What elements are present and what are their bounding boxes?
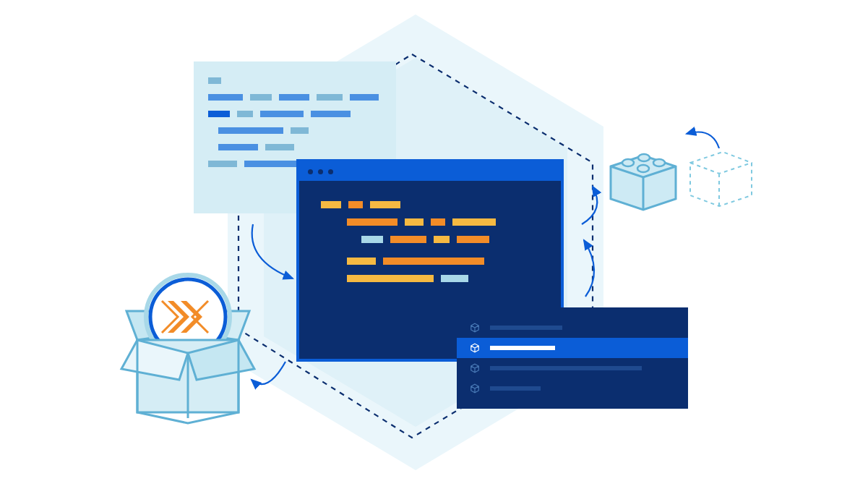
window-dot-icon bbox=[318, 169, 323, 174]
module-list-panel bbox=[457, 307, 688, 409]
svg-point-8 bbox=[637, 165, 649, 172]
svg-point-6 bbox=[638, 154, 650, 161]
diagram-canvas bbox=[0, 0, 868, 489]
package-icon bbox=[470, 383, 480, 394]
package-icon bbox=[470, 363, 480, 373]
list-item-selected bbox=[457, 338, 688, 358]
svg-point-7 bbox=[653, 159, 665, 166]
window-dot-icon bbox=[308, 169, 313, 174]
list-item bbox=[457, 378, 688, 399]
flow-arrow-icon bbox=[571, 181, 614, 231]
code-body bbox=[299, 181, 561, 307]
flow-arrow-icon bbox=[242, 217, 307, 289]
list-item bbox=[457, 358, 688, 378]
window-dot-icon bbox=[328, 169, 333, 174]
flow-arrow-icon bbox=[679, 123, 730, 159]
flow-arrow-icon bbox=[571, 231, 614, 304]
list-item bbox=[457, 318, 688, 338]
package-icon bbox=[470, 343, 480, 353]
window-titlebar bbox=[299, 162, 561, 181]
package-icon bbox=[470, 323, 480, 333]
package-box bbox=[116, 260, 260, 427]
flow-arrow-icon bbox=[246, 354, 296, 398]
svg-point-5 bbox=[622, 159, 634, 166]
